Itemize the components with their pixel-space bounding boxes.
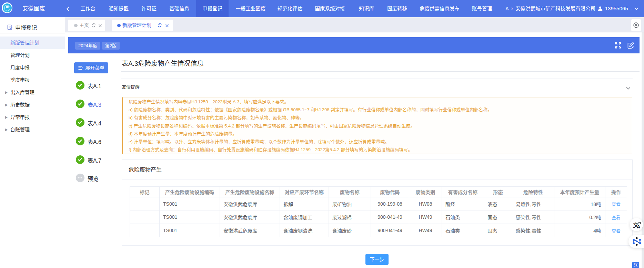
svg-text:A: A xyxy=(637,224,640,229)
